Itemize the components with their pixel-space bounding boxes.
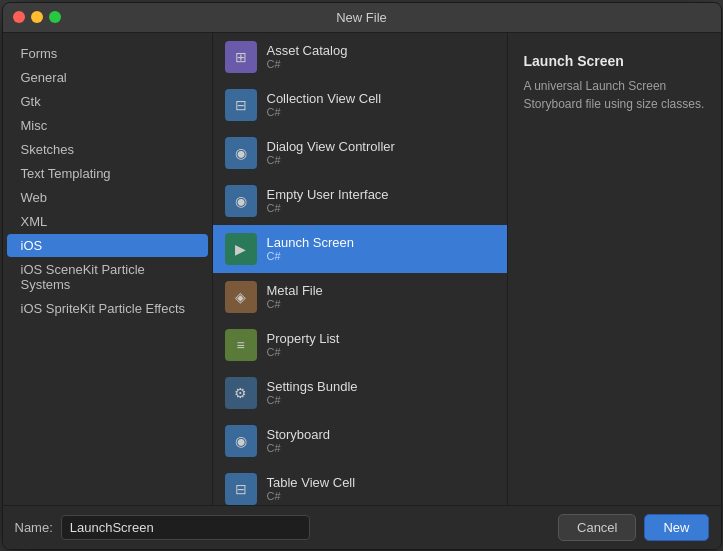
new-button[interactable]: New <box>644 514 708 541</box>
file-name-collection-view-cell: Collection View Cell <box>267 91 382 106</box>
file-icon-table-view-cell: ⊟ <box>225 473 257 505</box>
detail-description: A universal Launch Screen Storyboard fil… <box>524 77 705 113</box>
sidebar-item-sketches[interactable]: Sketches <box>7 138 208 161</box>
file-icon-collection-view-cell: ⊟ <box>225 89 257 121</box>
file-info-launch-screen: Launch ScreenC# <box>267 235 354 262</box>
file-item-property-list[interactable]: ≡Property ListC# <box>213 321 507 369</box>
file-icon-settings-bundle: ⚙ <box>225 377 257 409</box>
file-sub-metal-file: C# <box>267 298 323 310</box>
file-sub-settings-bundle: C# <box>267 394 358 406</box>
sidebar-item-ios-spritekit[interactable]: iOS SpriteKit Particle Effects <box>7 297 208 320</box>
bottom-bar: Name: Cancel New <box>3 505 721 549</box>
file-item-table-view-cell[interactable]: ⊟Table View CellC# <box>213 465 507 505</box>
sidebar-item-ios[interactable]: iOS <box>7 234 208 257</box>
maximize-button[interactable] <box>49 11 61 23</box>
file-item-settings-bundle[interactable]: ⚙Settings BundleC# <box>213 369 507 417</box>
sidebar-item-ios-scenekit[interactable]: iOS SceneKit Particle Systems <box>7 258 208 296</box>
titlebar-buttons <box>13 11 61 23</box>
sidebar-item-text-templating[interactable]: Text Templating <box>7 162 208 185</box>
file-item-asset-catalog[interactable]: ⊞Asset CatalogC# <box>213 33 507 81</box>
close-button[interactable] <box>13 11 25 23</box>
file-info-asset-catalog: Asset CatalogC# <box>267 43 348 70</box>
file-name-asset-catalog: Asset Catalog <box>267 43 348 58</box>
file-icon-storyboard: ◉ <box>225 425 257 457</box>
file-sub-empty-user-interface: C# <box>267 202 389 214</box>
file-info-empty-user-interface: Empty User InterfaceC# <box>267 187 389 214</box>
window-title: New File <box>336 10 387 25</box>
main-content: FormsGeneralGtkMiscSketchesText Templati… <box>3 33 721 505</box>
file-item-launch-screen[interactable]: ▶Launch ScreenC# <box>213 225 507 273</box>
file-icon-launch-screen: ▶ <box>225 233 257 265</box>
file-name-table-view-cell: Table View Cell <box>267 475 356 490</box>
file-sub-table-view-cell: C# <box>267 490 356 502</box>
sidebar-item-xml[interactable]: XML <box>7 210 208 233</box>
file-icon-empty-user-interface: ◉ <box>225 185 257 217</box>
sidebar-item-gtk[interactable]: Gtk <box>7 90 208 113</box>
filelist: ⊞Asset CatalogC#⊟Collection View CellC#◉… <box>213 33 508 505</box>
sidebar-item-misc[interactable]: Misc <box>7 114 208 137</box>
titlebar: New File <box>3 3 721 33</box>
file-name-launch-screen: Launch Screen <box>267 235 354 250</box>
name-input[interactable] <box>61 515 311 540</box>
file-info-property-list: Property ListC# <box>267 331 340 358</box>
file-info-dialog-view-controller: Dialog View ControllerC# <box>267 139 395 166</box>
cancel-button[interactable]: Cancel <box>558 514 636 541</box>
file-name-property-list: Property List <box>267 331 340 346</box>
detail-panel: Launch Screen A universal Launch Screen … <box>508 33 721 505</box>
file-info-table-view-cell: Table View CellC# <box>267 475 356 502</box>
file-sub-launch-screen: C# <box>267 250 354 262</box>
sidebar-item-forms[interactable]: Forms <box>7 42 208 65</box>
sidebar-item-general[interactable]: General <box>7 66 208 89</box>
file-sub-property-list: C# <box>267 346 340 358</box>
file-sub-dialog-view-controller: C# <box>267 154 395 166</box>
file-icon-property-list: ≡ <box>225 329 257 361</box>
file-item-storyboard[interactable]: ◉StoryboardC# <box>213 417 507 465</box>
file-name-storyboard: Storyboard <box>267 427 331 442</box>
new-file-dialog: New File FormsGeneralGtkMiscSketchesText… <box>2 2 722 550</box>
file-item-dialog-view-controller[interactable]: ◉Dialog View ControllerC# <box>213 129 507 177</box>
minimize-button[interactable] <box>31 11 43 23</box>
sidebar: FormsGeneralGtkMiscSketchesText Templati… <box>3 33 213 505</box>
file-name-settings-bundle: Settings Bundle <box>267 379 358 394</box>
file-info-metal-file: Metal FileC# <box>267 283 323 310</box>
file-info-storyboard: StoryboardC# <box>267 427 331 454</box>
file-sub-storyboard: C# <box>267 442 331 454</box>
sidebar-item-web[interactable]: Web <box>7 186 208 209</box>
file-info-collection-view-cell: Collection View CellC# <box>267 91 382 118</box>
detail-title: Launch Screen <box>524 53 705 69</box>
file-sub-collection-view-cell: C# <box>267 106 382 118</box>
file-icon-asset-catalog: ⊞ <box>225 41 257 73</box>
file-icon-metal-file: ◈ <box>225 281 257 313</box>
file-info-settings-bundle: Settings BundleC# <box>267 379 358 406</box>
file-item-empty-user-interface[interactable]: ◉Empty User InterfaceC# <box>213 177 507 225</box>
file-name-metal-file: Metal File <box>267 283 323 298</box>
name-label: Name: <box>15 520 53 535</box>
file-item-metal-file[interactable]: ◈Metal FileC# <box>213 273 507 321</box>
file-name-dialog-view-controller: Dialog View Controller <box>267 139 395 154</box>
file-sub-asset-catalog: C# <box>267 58 348 70</box>
file-icon-dialog-view-controller: ◉ <box>225 137 257 169</box>
file-name-empty-user-interface: Empty User Interface <box>267 187 389 202</box>
file-item-collection-view-cell[interactable]: ⊟Collection View CellC# <box>213 81 507 129</box>
